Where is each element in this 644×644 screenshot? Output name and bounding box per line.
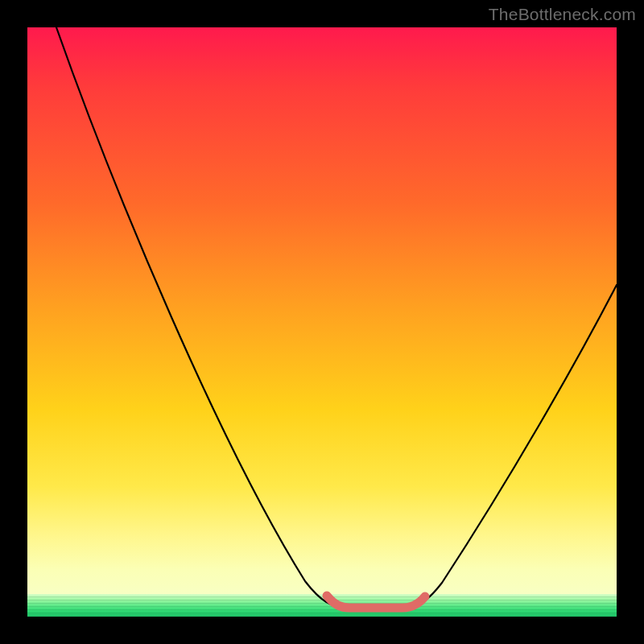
curve-right-branch (406, 285, 617, 607)
curve-left-branch (56, 27, 345, 607)
chart-frame: TheBottleneck.com (0, 0, 644, 644)
watermark-text: TheBottleneck.com (489, 5, 636, 24)
curve-highlight-segment (327, 596, 425, 608)
bottleneck-curve-svg (27, 27, 617, 617)
